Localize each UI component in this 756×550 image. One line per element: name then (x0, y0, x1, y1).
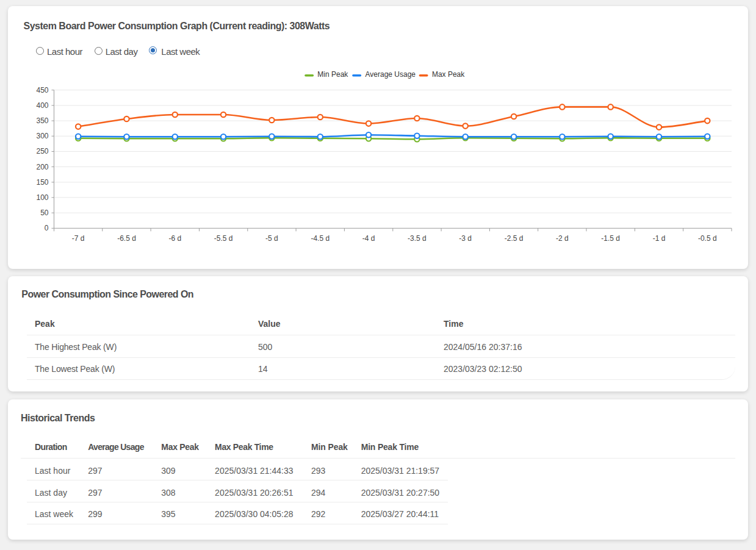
svg-text:-0.5 d: -0.5 d (698, 234, 717, 243)
svg-text:-1.5 d: -1.5 d (601, 234, 620, 243)
svg-text:-6 d: -6 d (168, 234, 181, 243)
svg-text:150: 150 (36, 178, 48, 187)
svg-text:0: 0 (45, 224, 49, 232)
svg-text:450: 450 (36, 86, 48, 95)
svg-text:100: 100 (36, 193, 48, 202)
svg-text:-5 d: -5 d (265, 234, 278, 243)
svg-text:-7 d: -7 d (72, 234, 85, 243)
svg-text:-3 d: -3 d (459, 234, 472, 243)
svg-text:-2 d: -2 d (556, 234, 569, 243)
svg-text:-4.5 d: -4.5 d (311, 234, 329, 243)
svg-text:400: 400 (36, 101, 48, 110)
svg-text:-4 d: -4 d (362, 234, 375, 243)
svg-text:Average Usage: Average Usage (365, 70, 416, 79)
svg-text:-2.5 d: -2.5 d (505, 234, 524, 243)
svg-text:-3.5 d: -3.5 d (408, 234, 427, 243)
svg-text:350: 350 (36, 116, 48, 125)
svg-text:250: 250 (36, 147, 48, 155)
svg-text:Min Peak: Min Peak (317, 70, 348, 79)
svg-text:Max Peak: Max Peak (432, 70, 465, 79)
svg-text:-1 d: -1 d (653, 234, 666, 243)
svg-text:-5.5 d: -5.5 d (214, 234, 233, 243)
svg-text:50: 50 (40, 209, 49, 217)
svg-text:-6.5 d: -6.5 d (117, 234, 136, 243)
svg-text:200: 200 (36, 163, 48, 171)
svg-text:300: 300 (36, 132, 48, 140)
